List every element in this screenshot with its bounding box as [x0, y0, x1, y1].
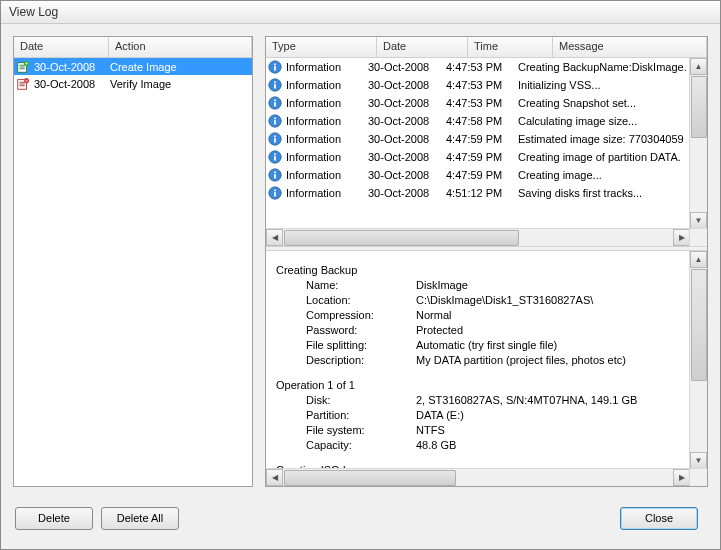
- scroll-down-icon[interactable]: ▼: [690, 452, 707, 469]
- svg-rect-26: [274, 192, 276, 196]
- sessions-panel: Date Action 30-Oct-2008Create Image30-Oc…: [13, 36, 253, 487]
- info-icon: [266, 150, 284, 164]
- detail-key: File splitting:: [276, 338, 416, 353]
- scroll-corner: [689, 228, 707, 246]
- log-row[interactable]: Information30-Oct-20084:47:53 PMInitiali…: [266, 76, 707, 94]
- content-area: Date Action 30-Oct-2008Create Image30-Oc…: [1, 24, 720, 499]
- svg-rect-27: [274, 190, 276, 192]
- detail-value: DiskImage: [416, 278, 697, 293]
- delete-button[interactable]: Delete: [15, 507, 93, 530]
- session-row[interactable]: 30-Oct-2008Create Image: [14, 58, 252, 75]
- info-icon: [266, 60, 284, 74]
- svg-rect-18: [274, 136, 276, 138]
- detail-value: NTFS: [416, 423, 697, 438]
- info-icon: [266, 168, 284, 182]
- log-message: Creating BackupName:DiskImage.: [518, 61, 707, 73]
- view-log-window: View Log Date Action 30-Oct-2008Create I…: [0, 0, 721, 550]
- session-action: Create Image: [108, 61, 252, 73]
- log-date: 30-Oct-2008: [368, 97, 446, 109]
- log-date: 30-Oct-2008: [368, 79, 446, 91]
- detail-row: Partition:DATA (E:): [276, 408, 697, 423]
- svg-rect-23: [274, 174, 276, 178]
- svg-rect-20: [274, 156, 276, 160]
- log-message: Creating image...: [518, 169, 707, 181]
- session-row[interactable]: 30-Oct-2008Verify Image: [14, 75, 252, 92]
- svg-rect-9: [274, 82, 276, 84]
- log-date: 30-Oct-2008: [368, 133, 446, 145]
- scroll-corner: [689, 468, 707, 486]
- svg-rect-5: [274, 66, 276, 70]
- log-row[interactable]: Information30-Oct-20084:47:53 PMCreating…: [266, 94, 707, 112]
- log-type: Information: [284, 187, 368, 199]
- log-header-time[interactable]: Time: [468, 37, 553, 57]
- detail-value: My DATA partition (project files, photos…: [416, 353, 697, 368]
- detail-row: Compression:Normal: [276, 308, 697, 323]
- log-row[interactable]: Information30-Oct-20084:51:12 PMSaving d…: [266, 184, 707, 202]
- verify-image-icon: [14, 77, 32, 91]
- log-type: Information: [284, 97, 368, 109]
- log-header-message[interactable]: Message: [553, 37, 707, 57]
- log-date: 30-Oct-2008: [368, 61, 446, 73]
- detail-group-title: Operation 1 of 1: [276, 378, 697, 393]
- sessions-header-action[interactable]: Action: [109, 37, 252, 57]
- scroll-thumb[interactable]: [284, 230, 519, 246]
- scroll-thumb[interactable]: [284, 470, 456, 486]
- close-button[interactable]: Close: [620, 507, 698, 530]
- info-icon: [266, 186, 284, 200]
- log-row[interactable]: Information30-Oct-20084:47:58 PMCalculat…: [266, 112, 707, 130]
- log-time: 4:47:58 PM: [446, 115, 518, 127]
- detail-key: Description:: [276, 353, 416, 368]
- scroll-thumb[interactable]: [691, 76, 707, 138]
- detail-value: 48.8 GB: [416, 438, 697, 453]
- log-message: Estimated image size: 770304059: [518, 133, 707, 145]
- details-panel: Type Date Time Message Information30-Oct…: [265, 36, 708, 487]
- detail-area: Creating BackupName:DiskImageLocation:C:…: [266, 251, 707, 486]
- log-hscrollbar[interactable]: ◀ ▶: [266, 228, 690, 246]
- detail-hscrollbar[interactable]: ◀ ▶: [266, 468, 690, 486]
- info-icon: [266, 96, 284, 110]
- log-time: 4:47:53 PM: [446, 79, 518, 91]
- delete-all-button[interactable]: Delete All: [101, 507, 179, 530]
- detail-row: Password:Protected: [276, 323, 697, 338]
- scroll-right-icon[interactable]: ▶: [673, 229, 690, 246]
- log-message: Saving disks first tracks...: [518, 187, 707, 199]
- log-header-type[interactable]: Type: [266, 37, 377, 57]
- log-time: 4:47:59 PM: [446, 151, 518, 163]
- scroll-left-icon[interactable]: ◀: [266, 229, 283, 246]
- svg-rect-8: [274, 84, 276, 88]
- window-title: View Log: [9, 5, 58, 19]
- titlebar[interactable]: View Log: [1, 1, 720, 24]
- log-type: Information: [284, 115, 368, 127]
- detail-key: Capacity:: [276, 438, 416, 453]
- detail-value: Normal: [416, 308, 697, 323]
- svg-rect-17: [274, 138, 276, 142]
- log-vscrollbar[interactable]: ▲ ▼: [689, 58, 707, 229]
- session-date: 30-Oct-2008: [32, 78, 108, 90]
- detail-value: Automatic (try first single file): [416, 338, 697, 353]
- detail-key: Disk:: [276, 393, 416, 408]
- log-type: Information: [284, 133, 368, 145]
- log-header: Type Date Time Message: [266, 37, 707, 58]
- log-row[interactable]: Information30-Oct-20084:47:59 PMEstimate…: [266, 130, 707, 148]
- detail-key: Password:: [276, 323, 416, 338]
- log-row[interactable]: Information30-Oct-20084:47:53 PMCreating…: [266, 58, 707, 76]
- scroll-right-icon[interactable]: ▶: [673, 469, 690, 486]
- scroll-down-icon[interactable]: ▼: [690, 212, 707, 229]
- log-row[interactable]: Information30-Oct-20084:47:59 PMCreating…: [266, 148, 707, 166]
- svg-rect-24: [274, 172, 276, 174]
- sessions-rows: 30-Oct-2008Create Image30-Oct-2008Verify…: [14, 58, 252, 486]
- log-row[interactable]: Information30-Oct-20084:47:59 PMCreating…: [266, 166, 707, 184]
- scroll-up-icon[interactable]: ▲: [690, 251, 707, 268]
- svg-rect-11: [274, 102, 276, 106]
- sessions-header-date[interactable]: Date: [14, 37, 109, 57]
- detail-key: Partition:: [276, 408, 416, 423]
- log-header-date[interactable]: Date: [377, 37, 468, 57]
- svg-rect-21: [274, 154, 276, 156]
- detail-key: Location:: [276, 293, 416, 308]
- log-time: 4:47:53 PM: [446, 97, 518, 109]
- scroll-thumb[interactable]: [691, 269, 707, 381]
- scroll-left-icon[interactable]: ◀: [266, 469, 283, 486]
- detail-vscrollbar[interactable]: ▲ ▼: [689, 251, 707, 469]
- log-message: Creating image of partition DATA.: [518, 151, 707, 163]
- scroll-up-icon[interactable]: ▲: [690, 58, 707, 75]
